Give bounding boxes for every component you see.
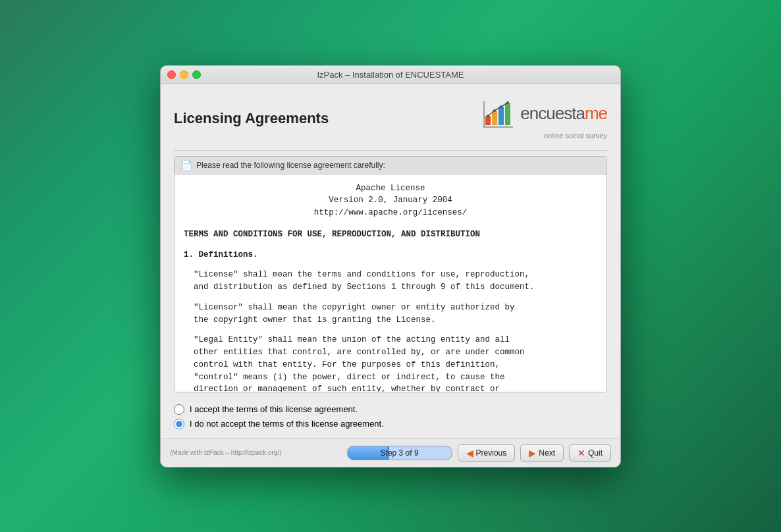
license-title: Apache License — [184, 182, 597, 195]
reject-option[interactable]: I do not accept the terms of this licens… — [174, 419, 607, 429]
license-section: 📄 Please read the following license agre… — [174, 156, 607, 392]
license-header: 📄 Please read the following license agre… — [175, 157, 606, 174]
installer-window: IzPack – Installation of ENCUESTAME Lice… — [160, 65, 621, 467]
progress-step: Step 3 of 9 — [347, 446, 452, 460]
logo-icon — [482, 97, 515, 130]
reject-radio[interactable] — [174, 419, 184, 429]
previous-label: Previous — [476, 448, 507, 458]
footer-bar: (Made with IzPack – http://izpack.org/) … — [161, 439, 620, 467]
previous-icon: ◀ — [466, 448, 473, 458]
accept-option[interactable]: I accept the terms of this license agree… — [174, 404, 607, 415]
logo-container: encuestame — [482, 97, 607, 130]
footer-buttons: Step 3 of 9 ◀ Previous ▶ Next ✕ Quit — [347, 444, 611, 462]
svg-rect-2 — [498, 107, 504, 125]
logo-me: me — [585, 103, 607, 123]
quit-label: Quit — [588, 448, 603, 458]
window-title: IzPack – Installation of ENCUESTAME — [317, 70, 464, 80]
previous-button[interactable]: ◀ Previous — [458, 444, 516, 462]
maximize-button[interactable] — [192, 70, 201, 79]
close-button[interactable] — [167, 70, 176, 79]
titlebar: IzPack – Installation of ENCUESTAME — [161, 66, 620, 84]
svg-rect-0 — [485, 116, 491, 125]
license-terms-title: TERMS AND CONDITIONS FOR USE, REPRODUCTI… — [184, 228, 597, 241]
license-para-3: "Legal Entity" shall mean the union of t… — [184, 334, 597, 391]
header-separator — [174, 150, 607, 151]
minimize-button[interactable] — [180, 70, 188, 79]
reject-label: I do not accept the terms of this licens… — [190, 419, 384, 429]
license-url: http://www.apache.org/licenses/ — [184, 207, 597, 219]
doc-icon: 📄 — [181, 160, 192, 171]
next-label: Next — [539, 448, 555, 458]
svg-point-6 — [500, 105, 502, 108]
svg-point-7 — [506, 101, 509, 104]
header-row: Licensing Agreements — [174, 97, 607, 140]
traffic-lights — [167, 70, 201, 79]
svg-rect-1 — [492, 111, 497, 125]
next-button[interactable]: ▶ Next — [520, 444, 564, 462]
logo-text: encuestame — [520, 103, 607, 124]
radio-section: I accept the terms of this license agree… — [174, 399, 607, 439]
logo-encuesta: encuesta — [520, 103, 585, 123]
svg-point-5 — [493, 109, 496, 112]
license-title-block: Apache License Version 2.0, January 2004… — [184, 182, 597, 219]
svg-point-4 — [487, 115, 489, 117]
next-icon: ▶ — [529, 448, 536, 458]
made-with-text: (Made with IzPack – http://izpack.org/) — [170, 449, 282, 456]
logo-area: encuestame online social survey — [482, 97, 607, 140]
quit-button[interactable]: ✕ Quit — [569, 444, 611, 462]
license-para-2: "Licensor" shall mean the copyright owne… — [184, 302, 597, 327]
license-section-1-header: 1. Definitions. — [184, 249, 597, 261]
license-version: Version 2.0, January 2004 — [184, 194, 597, 207]
quit-icon: ✕ — [578, 448, 585, 458]
accept-radio[interactable] — [174, 404, 184, 415]
accept-label: I accept the terms of this license agree… — [190, 404, 358, 414]
license-header-text: Please read the following license agreem… — [196, 161, 385, 170]
page-title: Licensing Agreements — [174, 110, 329, 127]
step-label: Step 3 of 9 — [357, 448, 443, 458]
svg-rect-3 — [505, 103, 510, 125]
license-body[interactable]: Apache License Version 2.0, January 2004… — [175, 174, 606, 392]
license-para-1: "License" shall mean the terms and condi… — [184, 269, 597, 294]
logo-subtitle: online social survey — [544, 132, 607, 140]
window-content: Licensing Agreements — [161, 84, 620, 439]
